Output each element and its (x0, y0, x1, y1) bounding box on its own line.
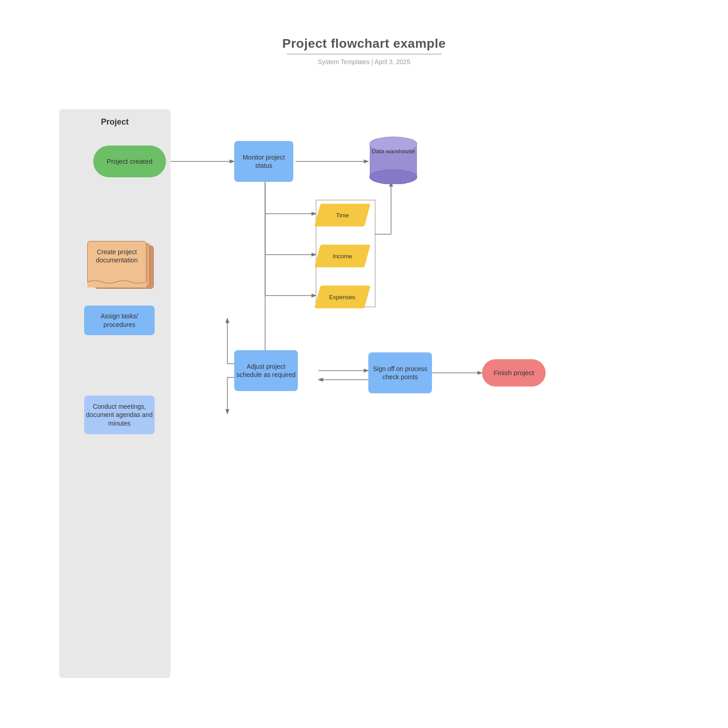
page-title: Project flowchart example (0, 36, 728, 51)
subtitle-source: System Templates (318, 58, 370, 65)
page-subtitle: System Templates | April 3, 2025 (0, 58, 728, 65)
subtitle-date: April 3, 2025 (375, 58, 411, 65)
node-conduct-meetings[interactable]: Conduct meetings, document agendas and m… (84, 396, 155, 434)
node-finish-project[interactable]: Finish project (482, 359, 546, 387)
diagram-area: Project (59, 95, 692, 692)
node-create-docs[interactable]: Create project documentation (86, 241, 161, 293)
node-time[interactable]: Time (317, 204, 367, 226)
node-project-created[interactable]: Project created (93, 146, 166, 177)
node-data-warehouse[interactable]: Data warehouse (368, 134, 418, 184)
swimlane-project: Project (59, 109, 171, 678)
node-sign-off[interactable]: Sign off on process check points (368, 352, 432, 393)
title-underline (287, 54, 442, 55)
subtitle-separator: | (372, 58, 375, 65)
page-header: Project flowchart example System Templat… (0, 0, 728, 65)
svg-point-21 (370, 170, 417, 184)
swimlane-label: Project (59, 109, 171, 127)
node-assign-tasks[interactable]: Assign tasks/ procedures (84, 306, 155, 335)
node-expenses[interactable]: Expenses (317, 286, 367, 308)
node-monitor-status[interactable]: Monitor project status (234, 141, 293, 182)
node-income[interactable]: Income (317, 245, 367, 267)
node-adjust-schedule[interactable]: Adjust project schedule as required (234, 350, 298, 391)
